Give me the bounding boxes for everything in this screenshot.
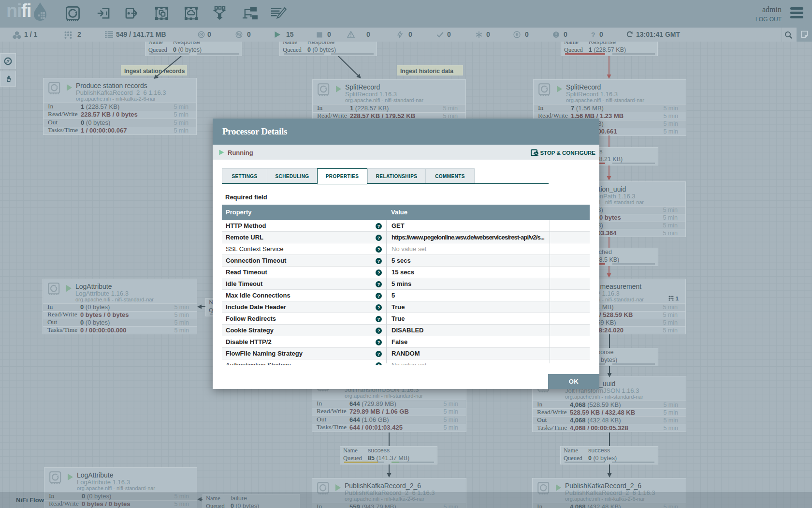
svg-text:?: ? [377,363,380,365]
svg-text:?: ? [377,340,380,345]
svg-text:?: ? [377,352,380,357]
svg-text:?: ? [377,236,380,240]
svg-text:?: ? [377,282,380,287]
svg-text:?: ? [377,305,380,310]
svg-text:?: ? [377,270,380,275]
svg-text:?: ? [377,329,380,333]
svg-text:?: ? [377,224,380,229]
svg-text:?: ? [377,259,380,264]
svg-text:?: ? [591,31,595,38]
svg-text:?: ? [377,294,380,299]
svg-text:?: ? [377,317,380,322]
svg-text:?: ? [377,247,380,252]
